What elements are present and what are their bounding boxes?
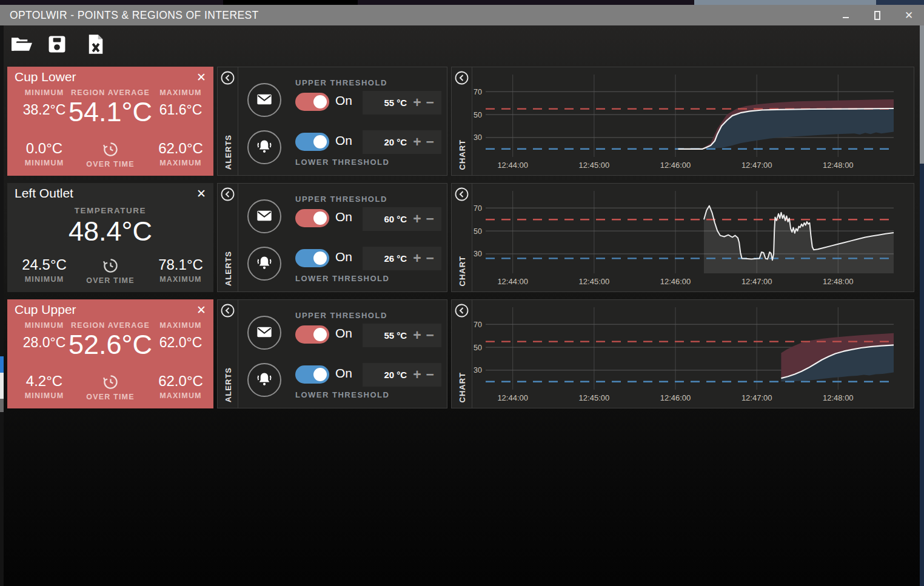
svg-text:12:47:00: 12:47:00 <box>742 393 772 402</box>
history-icon <box>74 256 147 275</box>
monitor-row: Cup Lower ✕ MINIMUM 38.2°C REGION AVERAG… <box>4 67 920 176</box>
svg-text:12:45:00: 12:45:00 <box>579 161 610 170</box>
upper-threshold-toggle[interactable] <box>295 209 329 227</box>
toggle-knob <box>313 251 327 265</box>
close-button[interactable]: ✕ <box>902 8 916 22</box>
decrement-button[interactable]: − <box>424 328 437 342</box>
svg-text:12:46:00: 12:46:00 <box>660 393 691 402</box>
decrement-button[interactable]: − <box>424 96 437 110</box>
chevron-left-icon[interactable] <box>455 187 469 201</box>
bell-alert-button[interactable] <box>247 247 281 281</box>
svg-text:12:48:00: 12:48:00 <box>823 393 854 402</box>
lower-threshold-value: 20 °C <box>384 370 407 380</box>
temperature-chart: 12:44:0012:45:0012:46:0012:47:0012:48:00… <box>472 300 914 408</box>
history-icon <box>74 140 147 158</box>
maximum-stat: MAXIMUM 62.0°C <box>148 321 213 351</box>
upper-toggle-state: On <box>335 326 352 341</box>
lower-threshold-toggle[interactable] <box>295 133 329 151</box>
svg-text:30: 30 <box>474 250 482 258</box>
svg-text:12:44:00: 12:44:00 <box>497 393 528 402</box>
email-alert-button[interactable] <box>247 83 281 117</box>
chevron-left-icon[interactable] <box>455 71 469 85</box>
upper-threshold-toggle[interactable] <box>295 93 329 111</box>
desktop-artifact <box>920 164 924 586</box>
increment-button[interactable]: + <box>410 96 423 110</box>
save-button[interactable] <box>45 32 69 58</box>
svg-text:30: 30 <box>474 133 482 142</box>
open-file-button[interactable] <box>10 32 34 58</box>
alerts-panel: ALERTS UPPER THRESHOLD On 55 °C + − O <box>217 299 447 408</box>
lower-threshold-value: 20 °C <box>384 137 407 147</box>
upper-threshold-value-box: 55 °C + − <box>363 91 441 115</box>
minimize-button[interactable] <box>839 8 852 22</box>
toggle-knob <box>313 95 327 108</box>
upper-threshold-value: 55 °C <box>384 98 407 108</box>
email-icon <box>256 324 273 342</box>
svg-text:12:45:00: 12:45:00 <box>579 393 610 402</box>
card-title: Left Outlet <box>15 186 73 201</box>
decrement-button[interactable]: − <box>424 251 437 265</box>
lower-threshold-value-box: 20 °C + − <box>363 363 441 387</box>
upper-threshold-value: 60 °C <box>384 214 407 224</box>
region-card: Cup Lower ✕ MINIMUM 38.2°C REGION AVERAG… <box>7 67 213 176</box>
alerts-strip-label: ALERTS <box>223 135 232 170</box>
alerts-panel: ALERTS UPPER THRESHOLD On 60 °C + − O <box>217 183 447 292</box>
window-controls: ✕ <box>839 5 916 25</box>
desktop-artifact <box>223 0 358 5</box>
chart-strip-label: CHART <box>457 139 466 170</box>
svg-text:12:45:00: 12:45:00 <box>579 277 610 286</box>
svg-text:50: 50 <box>474 227 482 236</box>
increment-button[interactable]: + <box>410 135 423 149</box>
alerts-strip-label: ALERTS <box>223 367 232 402</box>
decrement-button[interactable]: − <box>424 212 437 226</box>
close-icon[interactable]: ✕ <box>194 69 209 85</box>
bell-icon <box>255 370 273 390</box>
increment-button[interactable]: + <box>410 328 423 342</box>
close-icon[interactable]: ✕ <box>194 185 209 202</box>
maximize-button[interactable] <box>871 8 884 22</box>
bell-icon <box>255 254 273 274</box>
bell-alert-button[interactable] <box>247 130 281 164</box>
lower-threshold-value: 26 °C <box>384 253 407 264</box>
toolbar <box>4 25 920 65</box>
chart-panel: CHART 12:44:0012:45:0012:46:0012:47:0012… <box>451 67 914 176</box>
chevron-left-icon[interactable] <box>221 187 235 201</box>
upper-toggle-state: On <box>335 93 352 108</box>
chevron-left-icon[interactable] <box>221 71 235 85</box>
overtime-center: OVER TIME <box>74 140 147 168</box>
lower-toggle-state: On <box>335 366 352 381</box>
increment-button[interactable]: + <box>410 368 423 382</box>
save-floppy-icon <box>47 47 67 56</box>
lower-threshold-toggle[interactable] <box>295 365 329 384</box>
alerts-strip: ALERTS <box>218 67 238 175</box>
decrement-button[interactable]: − <box>424 135 437 149</box>
svg-text:50: 50 <box>474 344 482 352</box>
email-alert-button[interactable] <box>247 199 281 233</box>
export-excel-button[interactable] <box>84 32 108 58</box>
email-alert-button[interactable] <box>247 316 281 350</box>
upper-threshold-label: UPPER THRESHOLD <box>295 78 387 87</box>
increment-button[interactable]: + <box>410 251 423 265</box>
temperature-label: TEMPERATURE <box>7 206 213 215</box>
close-icon[interactable]: ✕ <box>194 302 209 318</box>
lower-threshold-label: LOWER THRESHOLD <box>295 274 389 283</box>
chart-strip-label: CHART <box>457 372 466 403</box>
lower-threshold-toggle[interactable] <box>295 249 329 267</box>
temperature-chart: 12:44:0012:45:0012:46:0012:47:0012:48:00… <box>472 184 914 291</box>
svg-text:12:47:00: 12:47:00 <box>742 161 772 170</box>
chevron-left-icon[interactable] <box>221 304 235 318</box>
average-stat: REGION AVERAGE 54.1°C <box>68 88 153 126</box>
temperature-value: 48.4°C <box>7 216 213 247</box>
toggle-knob <box>313 211 327 225</box>
svg-text:50: 50 <box>474 111 482 119</box>
decrement-button[interactable]: − <box>424 368 437 382</box>
upper-threshold-value-box: 55 °C + − <box>363 324 441 347</box>
chevron-left-icon[interactable] <box>455 304 469 318</box>
increment-button[interactable]: + <box>410 212 423 226</box>
toggle-knob <box>313 328 327 341</box>
svg-text:12:48:00: 12:48:00 <box>823 161 854 170</box>
desktop-artifact <box>0 0 924 5</box>
upper-threshold-toggle[interactable] <box>295 325 329 344</box>
bell-alert-button[interactable] <box>247 363 281 397</box>
window-title: OPTOLWIR - POINTS & REGIONS OF INTEREST <box>10 9 259 22</box>
